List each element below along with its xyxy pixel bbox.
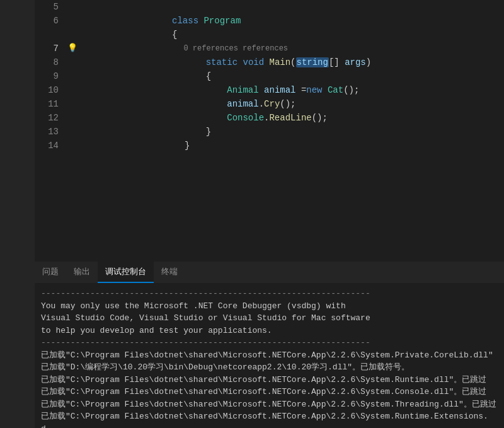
terminal-line-loaded6: 已加载"C:\Program Files\dotnet\shared\Micro… bbox=[41, 410, 498, 428]
terminal-line-loaded1: 已加载"C:\Program Files\dotnet\shared\Micro… bbox=[41, 349, 498, 362]
code-line-5: class Program bbox=[66, 0, 241, 14]
tab-debug-console[interactable]: 调试控制台 bbox=[98, 261, 154, 283]
code-line-13: } bbox=[79, 125, 190, 139]
debug-console-output: ----------------------------------------… bbox=[35, 284, 504, 428]
line-number-11: 11 bbox=[35, 97, 66, 111]
code-line-7: static void Main(string[] args) bbox=[79, 42, 371, 55]
terminal-line-loaded3: 已加载"C:\Program Files\dotnet\shared\Micro… bbox=[41, 374, 498, 386]
tab-terminal[interactable]: 终端 bbox=[154, 261, 185, 283]
line-number-7: 7 bbox=[35, 42, 66, 55]
line-number-5: 5 bbox=[35, 0, 66, 14]
tab-problems[interactable]: 问题 bbox=[35, 261, 66, 283]
line-number-8: 8 bbox=[35, 55, 66, 69]
line-number-13: 13 bbox=[35, 125, 66, 139]
code-line-9: Animal animal =new Cat(); bbox=[79, 69, 359, 83]
line-number-12: 12 bbox=[35, 111, 66, 125]
code-line-8: { bbox=[79, 55, 211, 69]
hint-bulb-icon[interactable]: 💡 bbox=[66, 42, 79, 55]
editor-body: 5 class Program 6 { bbox=[35, 0, 504, 262]
tab-output[interactable]: 输出 bbox=[66, 261, 98, 283]
code-line-11: Console.ReadLine(); bbox=[79, 97, 328, 111]
line-number-10: 10 bbox=[35, 83, 66, 97]
app-layout: 5 class Program 6 { bbox=[0, 0, 504, 428]
terminal-line-1: You may only use the Microsoft .NET Core… bbox=[41, 300, 498, 313]
terminal-line-2: Visual Studio Code, Visual Studio or Vis… bbox=[41, 312, 498, 325]
code-line-6: { bbox=[66, 14, 177, 28]
terminal-line-loaded2: 已加载"D:\编程学习\10.20学习\bin\Debug\netcoreapp… bbox=[41, 361, 498, 374]
panel-tab-bar: 问题 输出 调试控制台 终端 bbox=[35, 262, 504, 284]
terminal-line-sep1: ----------------------------------------… bbox=[41, 287, 498, 300]
code-line-10: animal.Cry(); bbox=[79, 83, 296, 97]
line-number-9: 9 bbox=[35, 69, 66, 83]
code-editor[interactable]: 5 class Program 6 { bbox=[35, 0, 504, 262]
code-line-12: } bbox=[79, 111, 211, 125]
terminal-line-loaded4: 已加载"C:\Program Files\dotnet\shared\Micro… bbox=[41, 386, 498, 398]
terminal-line-loaded5: 已加载"C:\Program Files\dotnet\shared\Micro… bbox=[41, 398, 498, 411]
line-number-6: 6 bbox=[35, 14, 66, 28]
line-number-14: 14 bbox=[35, 139, 66, 153]
activity-bar bbox=[0, 0, 35, 428]
main-content: 5 class Program 6 { bbox=[35, 0, 504, 428]
terminal-line-3: to help you develop and test your applic… bbox=[41, 325, 498, 337]
terminal-line-sep2: ----------------------------------------… bbox=[41, 337, 498, 349]
